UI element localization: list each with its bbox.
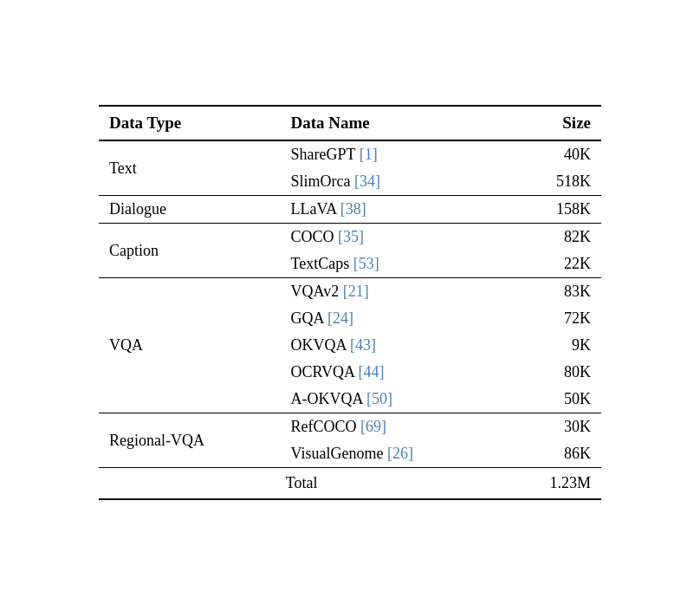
reference-link[interactable]: [35] xyxy=(338,228,364,245)
data-table: Data Type Data Name Size TextShareGPT [1… xyxy=(99,105,601,500)
table-row: DialogueLLaVA [38]158K xyxy=(99,196,601,224)
size-cell: 72K xyxy=(504,305,601,332)
reference-link[interactable]: [21] xyxy=(343,283,369,300)
data-type-cell: Regional-VQA xyxy=(99,413,281,468)
reference-link[interactable]: [26] xyxy=(387,445,413,462)
data-name-cell: A-OKVQA [50] xyxy=(281,386,505,413)
reference-link[interactable]: [38] xyxy=(340,200,366,218)
total-size: 1.23M xyxy=(504,468,601,500)
data-type-cell: VQA xyxy=(99,278,281,413)
size-cell: 50K xyxy=(504,386,601,413)
reference-link[interactable]: [50] xyxy=(366,390,392,407)
size-cell: 82K xyxy=(504,224,601,251)
data-name-cell: LLaVA [38] xyxy=(281,196,505,224)
data-type-cell: Caption xyxy=(99,224,281,278)
size-cell: 83K xyxy=(504,278,601,306)
reference-link[interactable]: [34] xyxy=(354,172,380,190)
reference-link[interactable]: [44] xyxy=(359,363,385,381)
data-type-cell: Dialogue xyxy=(99,196,281,224)
size-cell: 40K xyxy=(504,140,601,168)
data-name-cell: COCO [35] xyxy=(281,224,505,251)
total-label: Total xyxy=(99,468,504,500)
data-name-cell: ShareGPT [1] xyxy=(281,140,505,168)
size-cell: 9K xyxy=(504,332,601,359)
header-row: Data Type Data Name Size xyxy=(99,106,601,140)
data-name-cell: TextCaps [53] xyxy=(281,250,505,278)
reference-link[interactable]: [1] xyxy=(360,146,378,163)
size-cell: 158K xyxy=(504,196,601,224)
table-row: TextShareGPT [1]40K xyxy=(99,140,601,168)
col-header-data-name: Data Name xyxy=(281,106,505,140)
reference-link[interactable]: [24] xyxy=(327,309,353,327)
size-cell: 80K xyxy=(504,359,601,386)
table-row: CaptionCOCO [35]82K xyxy=(99,224,601,251)
data-type-cell: Text xyxy=(99,140,281,196)
data-name-cell: RefCOCO [69] xyxy=(281,413,505,441)
size-cell: 86K xyxy=(504,440,601,468)
size-cell: 30K xyxy=(504,413,601,441)
col-header-size: Size xyxy=(504,106,601,140)
table-row: VQAVQAv2 [21]83K xyxy=(99,278,601,306)
size-cell: 22K xyxy=(504,250,601,278)
total-row: Total 1.23M xyxy=(99,468,601,500)
data-name-cell: GQA [24] xyxy=(281,305,505,332)
reference-link[interactable]: [69] xyxy=(360,418,386,435)
table-row: Regional-VQARefCOCO [69]30K xyxy=(99,413,601,441)
data-name-cell: VQAv2 [21] xyxy=(281,278,505,306)
table-wrapper: Data Type Data Name Size TextShareGPT [1… xyxy=(99,105,601,500)
reference-link[interactable]: [43] xyxy=(350,336,376,354)
col-header-data-type: Data Type xyxy=(99,106,281,140)
reference-link[interactable]: [53] xyxy=(353,255,379,272)
data-name-cell: VisualGenome [26] xyxy=(281,440,505,468)
data-name-cell: SlimOrca [34] xyxy=(281,168,505,196)
data-name-cell: OKVQA [43] xyxy=(281,332,505,359)
size-cell: 518K xyxy=(504,168,601,196)
data-name-cell: OCRVQA [44] xyxy=(281,359,505,386)
